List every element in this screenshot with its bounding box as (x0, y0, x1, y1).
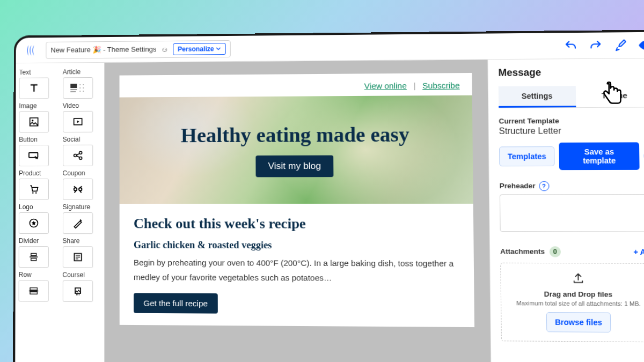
svg-point-6 (79, 91, 80, 92)
browse-files-button[interactable]: Browse files (546, 312, 611, 333)
attachments-dropzone[interactable]: Drag and Drop files Maximum total size o… (500, 263, 644, 342)
carousel-block-tile[interactable] (62, 280, 92, 302)
svg-point-11 (32, 120, 33, 121)
coupon-block-tile[interactable] (63, 179, 93, 200)
svg-point-20 (78, 188, 82, 191)
dropzone-title: Drag and Drop files (510, 290, 644, 299)
recipe-section[interactable]: Check out this week's recipe Garlic chic… (120, 204, 474, 327)
social-block-tile[interactable] (63, 145, 93, 166)
current-template-name: Structure Letter (499, 125, 644, 136)
block-label: Logo (19, 203, 57, 211)
block-social: Social (63, 136, 101, 166)
block-carousel: Coursel (62, 271, 101, 302)
row-block-tile[interactable] (19, 280, 49, 301)
hero-title: Healthy eating made easy (181, 122, 409, 147)
personalize-button[interactable]: Personalize (173, 43, 226, 55)
block-article: Article (63, 68, 101, 99)
pipe-divider: | (413, 81, 415, 90)
preheader-input[interactable] (500, 194, 644, 232)
dropzone-subtitle: Maximum total size of all attachments: 1… (510, 300, 644, 307)
redo-button[interactable] (589, 39, 603, 52)
signature-block-tile[interactable] (62, 212, 92, 234)
svg-rect-3 (70, 91, 76, 92)
article-block-tile[interactable] (63, 77, 93, 99)
editor-canvas: View online | Subscribe Healthy eating m… (104, 60, 491, 362)
svg-rect-2 (70, 89, 77, 90)
preview-button[interactable] (639, 38, 644, 52)
templates-button[interactable]: Templates (499, 146, 555, 166)
svg-point-19 (74, 188, 77, 191)
panel-title: Message (498, 66, 644, 79)
svg-point-28 (76, 294, 77, 295)
block-coupon: Coupon (63, 169, 101, 200)
button-block-tile[interactable] (19, 145, 49, 166)
block-divider: Divider (19, 237, 57, 268)
block-label: Signature (63, 203, 101, 211)
svg-point-30 (78, 294, 79, 295)
preheader-label: Preheader (500, 181, 536, 189)
recipe-title: Garlic chicken & roasted veggies (134, 239, 459, 252)
email-header-links: View online | Subscribe (120, 73, 472, 98)
video-block-tile[interactable] (63, 111, 93, 132)
brush-button[interactable] (614, 39, 628, 52)
block-label: Share (62, 237, 101, 245)
save-as-template-button[interactable]: Save as template (559, 142, 640, 170)
emoji-icon[interactable]: ☺ (160, 45, 168, 53)
attachments-count: 0 (549, 246, 560, 257)
logo-block-tile[interactable] (19, 212, 49, 234)
svg-rect-26 (30, 292, 37, 294)
text-block-tile[interactable] (19, 78, 49, 99)
block-label: Row (19, 271, 57, 278)
subscribe-link[interactable]: Subscribe (422, 80, 460, 90)
product-block-tile[interactable] (19, 179, 49, 200)
block-logo: Logo (19, 203, 57, 234)
share-block-tile[interactable] (62, 246, 92, 268)
block-share: Share (62, 237, 101, 268)
add-attachment-button[interactable]: + Add (633, 248, 644, 257)
blocks-panel: TextArticleImageVideoButtonSocialProduct… (15, 63, 104, 362)
subject-text: New Feature 🎉 - Theme Settings (50, 45, 156, 54)
section-title: Check out this week's recipe (134, 216, 459, 232)
tab-theme[interactable]: Theme (575, 85, 644, 107)
svg-point-7 (83, 84, 84, 85)
svg-point-5 (79, 87, 80, 88)
block-image: Image (19, 102, 57, 132)
visit-blog-button[interactable]: Visit my blog (256, 156, 333, 178)
message-panel: Message Settings Theme Current Template … (487, 58, 644, 362)
svg-rect-22 (31, 253, 36, 255)
svg-rect-25 (30, 288, 37, 290)
block-label: Text (19, 69, 57, 76)
block-label: Social (63, 136, 101, 143)
image-block-tile[interactable] (19, 111, 49, 132)
device-frame: New Feature 🎉 - Theme Settings ☺ Persona… (13, 29, 644, 362)
svg-point-14 (74, 154, 76, 157)
block-product: Product (19, 169, 57, 200)
svg-point-15 (79, 151, 82, 154)
app-logo[interactable] (25, 43, 40, 58)
hero-section[interactable]: Healthy eating made easy Visit my blog (120, 95, 473, 204)
chevron-down-icon (216, 46, 221, 51)
block-label: Divider (19, 237, 57, 245)
block-row: Row (19, 271, 57, 302)
block-text: Text (19, 69, 57, 99)
help-icon[interactable]: ? (539, 181, 549, 191)
block-label: Article (63, 68, 101, 76)
email-preview: View online | Subscribe Healthy eating m… (120, 73, 475, 327)
view-online-link[interactable]: View online (364, 81, 407, 91)
svg-point-4 (79, 84, 80, 85)
block-label: Image (19, 102, 57, 109)
block-signature: Signature (62, 203, 101, 234)
tab-settings[interactable]: Settings (499, 86, 576, 108)
subject-line-field[interactable]: New Feature 🎉 - Theme Settings ☺ Persona… (46, 40, 231, 58)
upload-icon (572, 272, 584, 285)
svg-point-9 (83, 91, 84, 92)
block-video: Video (63, 102, 101, 132)
svg-point-8 (83, 87, 84, 88)
full-recipe-button[interactable]: Get the full recipe (134, 293, 217, 313)
block-label: Product (19, 169, 57, 177)
divider-block-tile[interactable] (19, 246, 49, 268)
panel-tabs: Settings Theme (499, 85, 644, 108)
svg-rect-13 (29, 153, 38, 158)
undo-button[interactable] (564, 39, 578, 53)
svg-point-29 (77, 294, 78, 295)
